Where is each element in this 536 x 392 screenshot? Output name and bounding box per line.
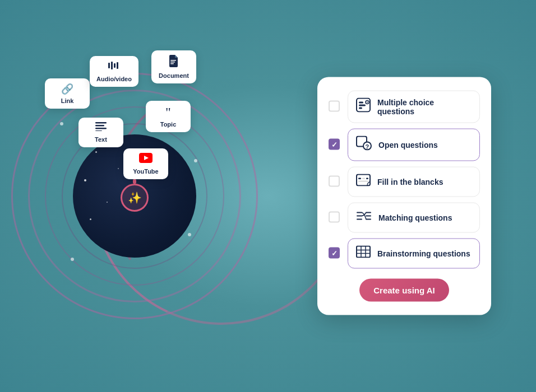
stopwatch-icon: ✨ <box>118 179 151 213</box>
question-card-open[interactable]: ? Open questions <box>348 129 480 161</box>
question-card-brainstorming[interactable]: Brainstorming questions <box>348 239 480 269</box>
svg-line-27 <box>367 182 369 184</box>
svg-rect-4 <box>170 60 176 61</box>
stopwatch-stem <box>133 179 136 184</box>
svg-rect-26 <box>358 181 368 183</box>
card-audio-video[interactable]: Audio/video <box>90 56 138 87</box>
checkbox-unchecked-multiple-choice[interactable] <box>329 101 340 112</box>
brainstorming-icon <box>356 246 371 262</box>
main-panel: Multiple choice questions ✓ ? Open quest… <box>317 77 491 315</box>
question-card-fill[interactable]: Fill in the blancks <box>348 167 480 197</box>
card-link[interactable]: 🔗 Link <box>45 78 90 109</box>
svg-rect-5 <box>170 62 175 63</box>
link-icon: 🔗 <box>61 83 73 95</box>
checkbox-open[interactable]: ✓ <box>329 139 341 151</box>
card-text[interactable]: Text <box>78 118 123 147</box>
svg-text:?: ? <box>366 143 369 150</box>
card-youtube[interactable]: YouTube <box>123 148 168 179</box>
topic-quote-icon: " <box>165 105 171 119</box>
question-card-matching[interactable]: Matching questions <box>348 203 480 233</box>
question-item-brainstorming[interactable]: ✓ Brainstorming questions <box>329 239 480 269</box>
svg-rect-3 <box>117 62 118 69</box>
star-4 <box>107 202 108 203</box>
svg-rect-15 <box>359 105 366 106</box>
orbit-dot-2 <box>71 258 74 261</box>
card-topic[interactable]: " Topic <box>146 101 191 132</box>
create-ai-button[interactable]: Create using AI <box>359 279 449 302</box>
mcq-label: Multiple choice questions <box>377 98 472 116</box>
card-topic-label: Topic <box>160 121 177 128</box>
checkbox-checked-brainstorming[interactable]: ✓ <box>329 248 340 259</box>
document-icon <box>169 55 179 70</box>
card-doc-label: Document <box>159 72 189 79</box>
open-label: Open questions <box>378 141 438 150</box>
checkbox-checked-open[interactable]: ✓ <box>329 139 340 150</box>
star-5 <box>90 218 91 220</box>
star-1 <box>95 151 97 153</box>
svg-rect-23 <box>358 178 361 180</box>
question-item-open[interactable]: ✓ ? Open questions <box>329 129 480 161</box>
svg-rect-16 <box>359 108 362 109</box>
orbit-dot-4 <box>188 233 191 236</box>
svg-rect-0 <box>108 63 110 68</box>
open-icon: ? <box>356 136 372 154</box>
svg-rect-7 <box>95 122 107 124</box>
svg-rect-10 <box>95 130 102 131</box>
brainstorming-label: Brainstorming questions <box>377 249 470 258</box>
decorative-circles: ✨ <box>28 73 241 319</box>
fill-icon <box>356 174 371 190</box>
svg-rect-25 <box>366 178 368 180</box>
svg-rect-9 <box>95 128 107 129</box>
question-item-fill[interactable]: Fill in the blancks <box>329 167 480 197</box>
youtube-icon <box>139 153 153 166</box>
svg-rect-1 <box>111 62 113 69</box>
svg-rect-2 <box>114 63 115 68</box>
svg-rect-8 <box>95 125 104 127</box>
checkbox-unchecked-matching[interactable] <box>329 212 340 223</box>
question-card-multiple-choice[interactable]: Multiple choice questions <box>348 91 480 123</box>
card-text-label: Text <box>95 136 107 143</box>
fill-label: Fill in the blancks <box>377 178 443 186</box>
question-item-matching[interactable]: Matching questions <box>329 203 480 233</box>
checkbox-brainstorming[interactable]: ✓ <box>329 248 341 260</box>
stopwatch-circle: ✨ <box>121 184 149 212</box>
orbit-dot-1 <box>60 122 63 125</box>
checkbox-multiple-choice[interactable] <box>329 101 341 113</box>
checkbox-unchecked-fill[interactable] <box>329 176 340 187</box>
svg-rect-6 <box>170 63 174 64</box>
mcq-icon <box>356 98 371 116</box>
sparkle-icon: ✨ <box>128 191 142 204</box>
star-2 <box>118 168 119 169</box>
checkbox-fill[interactable] <box>329 176 341 188</box>
svg-rect-35 <box>357 246 370 258</box>
card-youtube-label: YouTube <box>133 168 158 175</box>
card-document[interactable]: Document <box>151 50 196 83</box>
matching-label: Matching questions <box>378 213 452 222</box>
text-icon <box>95 122 107 134</box>
card-audio-label: Audio/video <box>96 76 132 82</box>
card-link-label: Link <box>61 97 74 104</box>
svg-rect-22 <box>357 175 370 186</box>
audio-icon <box>108 60 120 73</box>
svg-rect-24 <box>362 178 365 180</box>
svg-point-18 <box>367 102 368 103</box>
matching-icon <box>356 210 372 226</box>
question-item-multiple-choice[interactable]: Multiple choice questions <box>329 91 480 123</box>
star-3 <box>84 179 86 181</box>
checkbox-matching[interactable] <box>329 212 341 224</box>
svg-rect-14 <box>359 102 363 104</box>
